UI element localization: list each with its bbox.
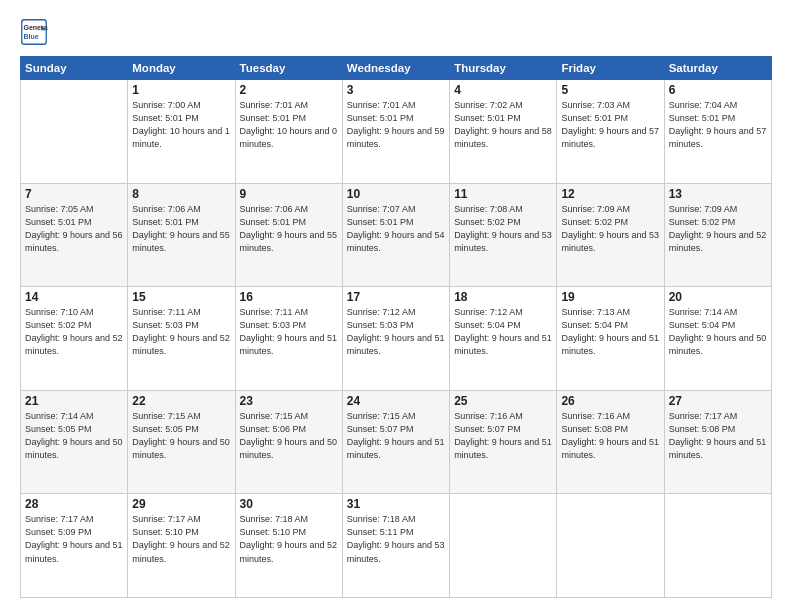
week-row-4: 21Sunrise: 7:14 AMSunset: 5:05 PMDayligh… — [21, 390, 772, 494]
week-row-2: 7Sunrise: 7:05 AMSunset: 5:01 PMDaylight… — [21, 183, 772, 287]
week-row-3: 14Sunrise: 7:10 AMSunset: 5:02 PMDayligh… — [21, 287, 772, 391]
calendar-cell: 25Sunrise: 7:16 AMSunset: 5:07 PMDayligh… — [450, 390, 557, 494]
day-number: 7 — [25, 187, 123, 201]
calendar-cell: 14Sunrise: 7:10 AMSunset: 5:02 PMDayligh… — [21, 287, 128, 391]
calendar-cell: 26Sunrise: 7:16 AMSunset: 5:08 PMDayligh… — [557, 390, 664, 494]
calendar-cell: 16Sunrise: 7:11 AMSunset: 5:03 PMDayligh… — [235, 287, 342, 391]
calendar-page: General Blue SundayMondayTuesdayWednesda… — [0, 0, 792, 612]
calendar-cell — [664, 494, 771, 598]
weekday-header-saturday: Saturday — [664, 57, 771, 80]
day-number: 20 — [669, 290, 767, 304]
week-row-5: 28Sunrise: 7:17 AMSunset: 5:09 PMDayligh… — [21, 494, 772, 598]
calendar-cell: 5Sunrise: 7:03 AMSunset: 5:01 PMDaylight… — [557, 80, 664, 184]
calendar-cell: 29Sunrise: 7:17 AMSunset: 5:10 PMDayligh… — [128, 494, 235, 598]
day-info: Sunrise: 7:11 AMSunset: 5:03 PMDaylight:… — [132, 306, 230, 358]
calendar-cell: 8Sunrise: 7:06 AMSunset: 5:01 PMDaylight… — [128, 183, 235, 287]
day-info: Sunrise: 7:07 AMSunset: 5:01 PMDaylight:… — [347, 203, 445, 255]
calendar-cell: 18Sunrise: 7:12 AMSunset: 5:04 PMDayligh… — [450, 287, 557, 391]
calendar-cell: 12Sunrise: 7:09 AMSunset: 5:02 PMDayligh… — [557, 183, 664, 287]
day-info: Sunrise: 7:10 AMSunset: 5:02 PMDaylight:… — [25, 306, 123, 358]
day-number: 6 — [669, 83, 767, 97]
calendar-cell: 1Sunrise: 7:00 AMSunset: 5:01 PMDaylight… — [128, 80, 235, 184]
calendar-cell: 28Sunrise: 7:17 AMSunset: 5:09 PMDayligh… — [21, 494, 128, 598]
calendar-cell: 17Sunrise: 7:12 AMSunset: 5:03 PMDayligh… — [342, 287, 449, 391]
day-info: Sunrise: 7:18 AMSunset: 5:11 PMDaylight:… — [347, 513, 445, 565]
weekday-header-monday: Monday — [128, 57, 235, 80]
calendar-cell — [557, 494, 664, 598]
logo-icon: General Blue — [20, 18, 48, 46]
week-row-1: 1Sunrise: 7:00 AMSunset: 5:01 PMDaylight… — [21, 80, 772, 184]
calendar-cell: 15Sunrise: 7:11 AMSunset: 5:03 PMDayligh… — [128, 287, 235, 391]
calendar-cell: 19Sunrise: 7:13 AMSunset: 5:04 PMDayligh… — [557, 287, 664, 391]
svg-text:Blue: Blue — [24, 33, 39, 40]
weekday-header-friday: Friday — [557, 57, 664, 80]
calendar-cell: 21Sunrise: 7:14 AMSunset: 5:05 PMDayligh… — [21, 390, 128, 494]
day-number: 29 — [132, 497, 230, 511]
day-info: Sunrise: 7:18 AMSunset: 5:10 PMDaylight:… — [240, 513, 338, 565]
day-info: Sunrise: 7:09 AMSunset: 5:02 PMDaylight:… — [561, 203, 659, 255]
calendar-cell — [450, 494, 557, 598]
day-number: 23 — [240, 394, 338, 408]
day-info: Sunrise: 7:15 AMSunset: 5:07 PMDaylight:… — [347, 410, 445, 462]
day-info: Sunrise: 7:00 AMSunset: 5:01 PMDaylight:… — [132, 99, 230, 151]
calendar-cell — [21, 80, 128, 184]
weekday-header-row: SundayMondayTuesdayWednesdayThursdayFrid… — [21, 57, 772, 80]
day-number: 9 — [240, 187, 338, 201]
day-number: 11 — [454, 187, 552, 201]
day-info: Sunrise: 7:12 AMSunset: 5:03 PMDaylight:… — [347, 306, 445, 358]
day-number: 8 — [132, 187, 230, 201]
day-info: Sunrise: 7:01 AMSunset: 5:01 PMDaylight:… — [347, 99, 445, 151]
calendar-cell: 10Sunrise: 7:07 AMSunset: 5:01 PMDayligh… — [342, 183, 449, 287]
day-info: Sunrise: 7:09 AMSunset: 5:02 PMDaylight:… — [669, 203, 767, 255]
calendar-cell: 13Sunrise: 7:09 AMSunset: 5:02 PMDayligh… — [664, 183, 771, 287]
day-info: Sunrise: 7:16 AMSunset: 5:08 PMDaylight:… — [561, 410, 659, 462]
header: General Blue — [20, 18, 772, 46]
day-number: 16 — [240, 290, 338, 304]
day-number: 27 — [669, 394, 767, 408]
calendar-cell: 3Sunrise: 7:01 AMSunset: 5:01 PMDaylight… — [342, 80, 449, 184]
day-number: 10 — [347, 187, 445, 201]
calendar-cell: 6Sunrise: 7:04 AMSunset: 5:01 PMDaylight… — [664, 80, 771, 184]
day-info: Sunrise: 7:05 AMSunset: 5:01 PMDaylight:… — [25, 203, 123, 255]
calendar-table: SundayMondayTuesdayWednesdayThursdayFrid… — [20, 56, 772, 598]
day-info: Sunrise: 7:01 AMSunset: 5:01 PMDaylight:… — [240, 99, 338, 151]
day-info: Sunrise: 7:14 AMSunset: 5:05 PMDaylight:… — [25, 410, 123, 462]
calendar-cell: 4Sunrise: 7:02 AMSunset: 5:01 PMDaylight… — [450, 80, 557, 184]
day-info: Sunrise: 7:06 AMSunset: 5:01 PMDaylight:… — [240, 203, 338, 255]
day-info: Sunrise: 7:17 AMSunset: 5:08 PMDaylight:… — [669, 410, 767, 462]
day-info: Sunrise: 7:03 AMSunset: 5:01 PMDaylight:… — [561, 99, 659, 151]
day-number: 18 — [454, 290, 552, 304]
day-info: Sunrise: 7:06 AMSunset: 5:01 PMDaylight:… — [132, 203, 230, 255]
day-number: 1 — [132, 83, 230, 97]
day-info: Sunrise: 7:12 AMSunset: 5:04 PMDaylight:… — [454, 306, 552, 358]
logo: General Blue — [20, 18, 48, 46]
day-number: 30 — [240, 497, 338, 511]
day-number: 26 — [561, 394, 659, 408]
day-info: Sunrise: 7:15 AMSunset: 5:05 PMDaylight:… — [132, 410, 230, 462]
day-number: 14 — [25, 290, 123, 304]
day-number: 2 — [240, 83, 338, 97]
calendar-cell: 22Sunrise: 7:15 AMSunset: 5:05 PMDayligh… — [128, 390, 235, 494]
day-number: 13 — [669, 187, 767, 201]
day-number: 4 — [454, 83, 552, 97]
day-number: 28 — [25, 497, 123, 511]
day-number: 19 — [561, 290, 659, 304]
day-number: 22 — [132, 394, 230, 408]
calendar-cell: 31Sunrise: 7:18 AMSunset: 5:11 PMDayligh… — [342, 494, 449, 598]
calendar-cell: 2Sunrise: 7:01 AMSunset: 5:01 PMDaylight… — [235, 80, 342, 184]
weekday-header-thursday: Thursday — [450, 57, 557, 80]
calendar-cell: 7Sunrise: 7:05 AMSunset: 5:01 PMDaylight… — [21, 183, 128, 287]
day-number: 24 — [347, 394, 445, 408]
day-number: 17 — [347, 290, 445, 304]
day-number: 25 — [454, 394, 552, 408]
weekday-header-wednesday: Wednesday — [342, 57, 449, 80]
calendar-cell: 11Sunrise: 7:08 AMSunset: 5:02 PMDayligh… — [450, 183, 557, 287]
day-number: 21 — [25, 394, 123, 408]
day-number: 12 — [561, 187, 659, 201]
calendar-cell: 30Sunrise: 7:18 AMSunset: 5:10 PMDayligh… — [235, 494, 342, 598]
day-info: Sunrise: 7:11 AMSunset: 5:03 PMDaylight:… — [240, 306, 338, 358]
day-number: 3 — [347, 83, 445, 97]
day-info: Sunrise: 7:16 AMSunset: 5:07 PMDaylight:… — [454, 410, 552, 462]
day-info: Sunrise: 7:14 AMSunset: 5:04 PMDaylight:… — [669, 306, 767, 358]
calendar-cell: 9Sunrise: 7:06 AMSunset: 5:01 PMDaylight… — [235, 183, 342, 287]
